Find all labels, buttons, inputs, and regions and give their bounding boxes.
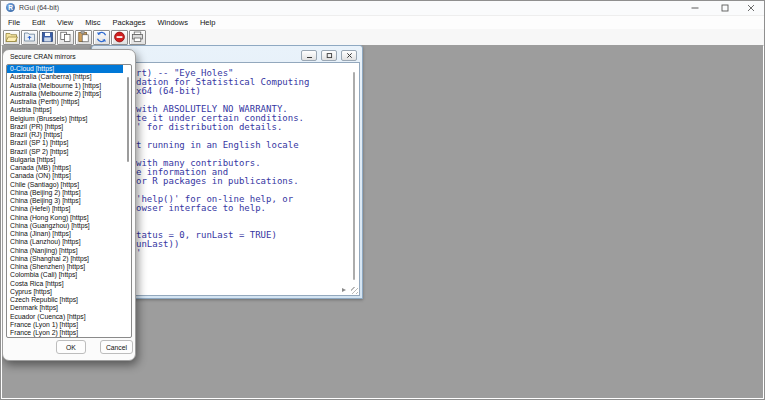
maximize-icon bbox=[721, 4, 729, 12]
copy-icon bbox=[59, 31, 72, 43]
mirror-list-item[interactable]: Australia (Perth) [https] bbox=[7, 98, 123, 106]
toolbar bbox=[1, 29, 764, 46]
mdi-area: rt) -- "Eye Holes"dation for Statistical… bbox=[2, 45, 763, 398]
mirror-list-item[interactable]: Canada (MB) [https] bbox=[7, 164, 123, 172]
scroll-right-arrow-icon[interactable] bbox=[342, 288, 346, 292]
print-icon bbox=[131, 31, 144, 43]
cancel-button[interactable]: Cancel bbox=[100, 340, 133, 354]
window-minimize-button[interactable] bbox=[684, 1, 706, 14]
console-line: owser interface to help. bbox=[136, 204, 266, 213]
copy-and-paste-icon bbox=[95, 31, 108, 43]
copy-and-paste-button[interactable] bbox=[93, 30, 110, 45]
paste-icon bbox=[77, 31, 90, 43]
mirror-list-item[interactable]: China (Beijing 2) [https] bbox=[7, 189, 123, 197]
rgui-window: R RGui (64-bit) FileEditViewMiscPackages… bbox=[0, 0, 765, 400]
mirror-list-item[interactable]: China (Hong Kong) [https] bbox=[7, 214, 123, 222]
mirror-list-item[interactable]: Costa Rica [https] bbox=[7, 280, 123, 288]
mirror-list-item[interactable]: Colombia (Cali) [https] bbox=[7, 271, 123, 279]
save-workspace-icon bbox=[41, 31, 54, 43]
load-workspace-button[interactable] bbox=[21, 30, 38, 45]
mirror-list-item[interactable]: Ecuador (Cuenca) [https] bbox=[7, 313, 123, 321]
mirror-list-item[interactable]: Belgium (Brussels) [https] bbox=[7, 115, 123, 123]
open-script-icon bbox=[5, 31, 18, 43]
mirror-list-item[interactable]: China (Shenzhen) [https] bbox=[7, 263, 123, 271]
menu-item-windows[interactable]: Windows bbox=[152, 18, 194, 27]
console-line: ' bbox=[136, 249, 141, 258]
mirror-list-item[interactable]: Brazil (PR) [https] bbox=[7, 123, 123, 131]
menu-item-edit[interactable]: Edit bbox=[26, 18, 51, 27]
mirror-list-item[interactable]: Austria [https] bbox=[7, 106, 123, 114]
mirror-list-item[interactable]: China (Guangzhou) [https] bbox=[7, 222, 123, 230]
open-script-button[interactable] bbox=[3, 30, 20, 45]
window-title: RGui (64-bit) bbox=[19, 4, 59, 11]
close-icon bbox=[747, 4, 755, 12]
console-restore-button[interactable] bbox=[321, 50, 337, 61]
mirror-list-item[interactable]: China (Shanghai 2) [https] bbox=[7, 255, 123, 263]
console-line: t running in an English locale bbox=[136, 141, 299, 150]
menu-bar: FileEditViewMiscPackagesWindowsHelp bbox=[1, 16, 764, 29]
mirror-list-item[interactable]: China (Beijing 3) [https] bbox=[7, 197, 123, 205]
menu-item-file[interactable]: File bbox=[2, 18, 26, 27]
mirror-list-item[interactable]: China (Lanzhou) [https] bbox=[7, 238, 123, 246]
dialog-title: Secure CRAN mirrors bbox=[3, 50, 135, 64]
menu-item-view[interactable]: View bbox=[51, 18, 79, 27]
close-icon bbox=[346, 52, 353, 59]
console-vertical-scrollbar[interactable] bbox=[353, 72, 355, 280]
mirror-list-item[interactable]: Australia (Melbourne 2) [https] bbox=[7, 90, 123, 98]
menu-item-misc[interactable]: Misc bbox=[79, 18, 106, 27]
rgui-logo-icon: R bbox=[6, 3, 15, 12]
minimize-icon bbox=[691, 4, 699, 12]
mirror-list-item[interactable]: Brazil (RJ) [https] bbox=[7, 131, 123, 139]
mirror-list-item[interactable]: Cyprus [https] bbox=[7, 288, 123, 296]
mirror-list-item[interactable]: Australia (Canberra) [https] bbox=[7, 73, 123, 81]
mirror-list-item[interactable]: Brazil (SP 1) [https] bbox=[7, 139, 123, 147]
restore-icon bbox=[326, 52, 333, 59]
menu-item-packages[interactable]: Packages bbox=[107, 18, 152, 27]
mirror-list-item[interactable]: Brazil (SP 2) [https] bbox=[7, 148, 123, 156]
cran-mirrors-dialog: Secure CRAN mirrors 0-Cloud [https]Austr… bbox=[2, 49, 136, 361]
mirror-list-item[interactable]: China (Jinan) [https] bbox=[7, 230, 123, 238]
paste-button[interactable] bbox=[75, 30, 92, 45]
mirror-list-item[interactable]: France (Lyon 1) [https] bbox=[7, 321, 123, 329]
save-workspace-button[interactable] bbox=[39, 30, 56, 45]
console-close-button[interactable] bbox=[341, 50, 357, 61]
listbox-scrollbar[interactable] bbox=[127, 77, 130, 162]
mirror-list-item[interactable]: Denmark [https] bbox=[7, 304, 123, 312]
mirror-list-item[interactable]: Czech Republic [https] bbox=[7, 296, 123, 304]
load-workspace-icon bbox=[23, 31, 36, 43]
stop-computation-icon bbox=[113, 31, 126, 43]
ok-button[interactable]: OK bbox=[56, 340, 86, 354]
copy-button[interactable] bbox=[57, 30, 74, 45]
print-button[interactable] bbox=[129, 30, 146, 45]
mirror-listbox: 0-Cloud [https]Australia (Canberra) [htt… bbox=[6, 64, 132, 338]
mirror-list-item[interactable]: 0-Cloud [https] bbox=[7, 65, 123, 73]
mirror-list-item[interactable]: China (Hefei) [https] bbox=[7, 205, 123, 213]
mirror-list-item[interactable]: Australia (Melbourne 1) [https] bbox=[7, 82, 123, 90]
mirror-list-item[interactable]: Bulgaria [https] bbox=[7, 156, 123, 164]
minimize-icon bbox=[306, 52, 313, 59]
console-line: ' for distribution details. bbox=[136, 123, 282, 132]
mirror-list-item[interactable]: France (Lyon 2) [https] bbox=[7, 329, 123, 337]
console-line: unLast)) bbox=[136, 240, 179, 249]
window-maximize-button[interactable] bbox=[714, 1, 736, 14]
console-line: x64 (64-bit) bbox=[136, 87, 201, 96]
console-line: or R packages in publications. bbox=[136, 177, 299, 186]
console-minimize-button[interactable] bbox=[301, 50, 317, 61]
stop-computation-button[interactable] bbox=[111, 30, 128, 45]
window-titlebar[interactable]: R RGui (64-bit) bbox=[1, 1, 764, 16]
window-close-button[interactable] bbox=[740, 1, 762, 14]
resize-grip[interactable] bbox=[351, 287, 358, 294]
mirror-list-item[interactable]: China (Nanjing) [https] bbox=[7, 247, 123, 255]
menu-item-help[interactable]: Help bbox=[194, 18, 221, 27]
mirror-list-item[interactable]: Canada (ON) [https] bbox=[7, 172, 123, 180]
mirror-list-item[interactable]: Chile (Santiago) [https] bbox=[7, 181, 123, 189]
